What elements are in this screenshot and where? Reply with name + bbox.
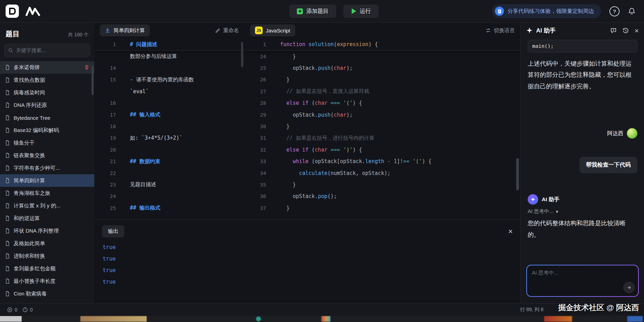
problem-title-tab[interactable]: 简单四则计算 xyxy=(100,24,150,36)
code-line[interactable]: 23见题目描述 xyxy=(94,179,244,190)
code-line[interactable]: 24 } xyxy=(244,51,520,62)
code-editor-lines[interactable]: 1function solution(expression) {24 }25 o… xyxy=(244,38,520,214)
taskbar-item[interactable] xyxy=(80,316,147,322)
code-line[interactable]: 35 } xyxy=(244,179,520,190)
sidebar-item[interactable]: 青海湖租车之旅 xyxy=(0,187,94,199)
bell-icon[interactable] xyxy=(628,7,636,15)
code-line[interactable]: 15- 请不要使用内置的库函数 xyxy=(94,74,244,86)
code-line[interactable]: 21## 数据约束 xyxy=(94,156,244,167)
add-problem-button[interactable]: 添加题目 xyxy=(289,5,336,18)
sidebar-item[interactable]: 查找热点数据 xyxy=(0,74,94,86)
close-icon[interactable]: × xyxy=(508,228,513,235)
code-line[interactable]: 37 } xyxy=(244,202,520,214)
code-line[interactable]: 14 xyxy=(94,62,244,74)
problem-panel: 简单四则计算 重命名 1# 问题描述数部分参与后续运算1415- 请不要使用内置… xyxy=(94,22,245,219)
app-logo-icon[interactable] xyxy=(6,5,19,18)
md-scrollbar[interactable] xyxy=(241,42,243,67)
sidebar-item[interactable]: DNA 序列还原 xyxy=(0,99,94,111)
sidebar-item[interactable]: 计算位置 x 到 y 的... xyxy=(0,199,94,212)
code-line[interactable]: 1# 问题描述 xyxy=(94,38,244,51)
code-line[interactable]: 22 xyxy=(94,167,244,179)
sidebar-item[interactable]: 和的逆运算 xyxy=(0,212,94,225)
taskbar-item[interactable] xyxy=(321,316,330,322)
code-line[interactable]: 32 else if (char === ')') { xyxy=(244,144,520,155)
history-icon[interactable] xyxy=(622,27,629,34)
play-icon xyxy=(352,8,356,14)
sidebar-item[interactable]: Base32 编码和解码 xyxy=(0,124,94,137)
promo-banner[interactable]: 分享代码练习体验，领限量定制周边 xyxy=(492,4,601,18)
sidebar-item[interactable]: 字符串有多少种可... xyxy=(0,162,94,174)
line-number: 34 xyxy=(244,170,272,176)
sidebar-item[interactable]: 最小替换子串长度 xyxy=(0,275,94,287)
send-button[interactable] xyxy=(623,282,635,293)
code-line[interactable]: 17## 输入格式 xyxy=(94,109,244,120)
sidebar-item[interactable]: 简单四则计算 xyxy=(0,174,94,187)
search-input[interactable]: 关键字搜索... xyxy=(4,44,90,57)
line-content: opStack.push(char); xyxy=(272,65,353,71)
console-line: true xyxy=(103,253,512,265)
code-line[interactable]: 33 while (opStack[opStack.length - 1]!==… xyxy=(244,156,520,167)
code-line[interactable]: 25## 输出格式 xyxy=(94,202,244,214)
code-line[interactable]: 28 else if (char === '(') { xyxy=(244,97,520,109)
code-line[interactable]: 36 opStack.pop(); xyxy=(244,191,520,202)
code-line[interactable]: 34 calculate(numStack, opStack); xyxy=(244,167,520,179)
close-icon[interactable]: × xyxy=(635,27,639,34)
code-line[interactable]: 19如: `3+4*5/(3+2)` xyxy=(94,132,244,144)
code-line[interactable]: `eval` xyxy=(94,86,244,97)
code-line[interactable]: 数部分参与后续运算 xyxy=(94,51,244,62)
code-scrollbar[interactable] xyxy=(516,158,519,190)
code-line[interactable]: 29 opStack.push(char); xyxy=(244,109,520,120)
line-content: 如: `3+4*5/(3+2)` xyxy=(122,135,182,141)
switch-language-button[interactable]: 切换语言 xyxy=(485,27,515,34)
sidebar-item[interactable]: Cion 勒索病毒 xyxy=(0,287,94,300)
error-count: 0 xyxy=(15,307,17,313)
console-title: 输出 xyxy=(102,225,124,237)
code-line[interactable]: 18 xyxy=(94,120,244,132)
user-message-bubble: 帮我检查一下代码 xyxy=(579,157,637,173)
line-number: 21 xyxy=(94,159,122,164)
problems-summary[interactable]: 0 0 xyxy=(0,307,33,313)
marscode-logo-icon[interactable] xyxy=(25,6,41,17)
ai-input[interactable]: AI 思考中... xyxy=(527,265,638,296)
code-line[interactable]: 30 } xyxy=(244,120,520,132)
new-chat-icon[interactable] xyxy=(610,27,617,34)
code-line[interactable]: 31 // 如果是右括号，进行括号内的计算 xyxy=(244,132,520,144)
file-icon xyxy=(5,215,10,221)
sidebar-item[interactable]: 及格如此简单 xyxy=(0,237,94,250)
rename-button[interactable]: 重命名 xyxy=(215,27,239,34)
line-content: ## 输出格式 xyxy=(122,205,160,211)
taskbar-item[interactable] xyxy=(544,316,572,322)
code-line[interactable]: 26 } xyxy=(244,74,520,86)
line-number: 25 xyxy=(94,205,122,211)
sidebar-item-label: 病毒感染时间 xyxy=(14,89,89,96)
run-button[interactable]: 运行 xyxy=(343,5,379,18)
code-line[interactable]: 27 // 如果是左括号，直接入运算符栈 xyxy=(244,86,520,97)
cursor-position[interactable]: 行 89, 列 8 xyxy=(520,307,543,313)
sidebar-item[interactable]: 环状 DNA 序列整理 xyxy=(0,225,94,237)
code-line[interactable]: 25 opStack.push(char); xyxy=(244,62,520,74)
md-editor-lines[interactable]: 1# 问题描述数部分参与后续运算1415- 请不要使用内置的库函数`eval`1… xyxy=(94,38,244,214)
warning-count: 0 xyxy=(30,307,33,313)
code-line[interactable]: 24 xyxy=(94,191,244,202)
code-line[interactable]: 1function solution(expression) { xyxy=(244,38,520,51)
language-tab[interactable]: JS JavaScript xyxy=(250,24,295,36)
file-icon xyxy=(5,203,10,208)
taskbar-item[interactable] xyxy=(627,316,643,322)
taskbar-item[interactable] xyxy=(0,316,22,322)
sidebar-item-label: 链表聚集交换 xyxy=(14,152,89,159)
console-line: true xyxy=(103,242,512,253)
sidebar-item[interactable]: 病毒感染时间 xyxy=(0,86,94,99)
code-line[interactable]: 20 xyxy=(94,144,244,155)
help-icon[interactable]: ? xyxy=(609,6,620,16)
code-line[interactable]: 16 xyxy=(94,97,244,109)
taskbar-item[interactable] xyxy=(256,316,261,321)
sidebar-item[interactable]: 进制求和转换 xyxy=(0,250,94,262)
file-icon xyxy=(5,90,10,95)
sidebar-item[interactable]: 多米诺骨牌 xyxy=(0,61,94,74)
sidebar-item[interactable]: 链表聚集交换 xyxy=(0,149,94,162)
sidebar-item[interactable]: 猫鱼分干 xyxy=(0,137,94,149)
sidebar-item[interactable]: Bytedance Tree xyxy=(0,111,94,124)
sidebar-scrollbar[interactable] xyxy=(92,66,94,95)
delete-icon[interactable] xyxy=(84,65,89,70)
sidebar-item[interactable]: 拿到最多红包金额 xyxy=(0,262,94,275)
